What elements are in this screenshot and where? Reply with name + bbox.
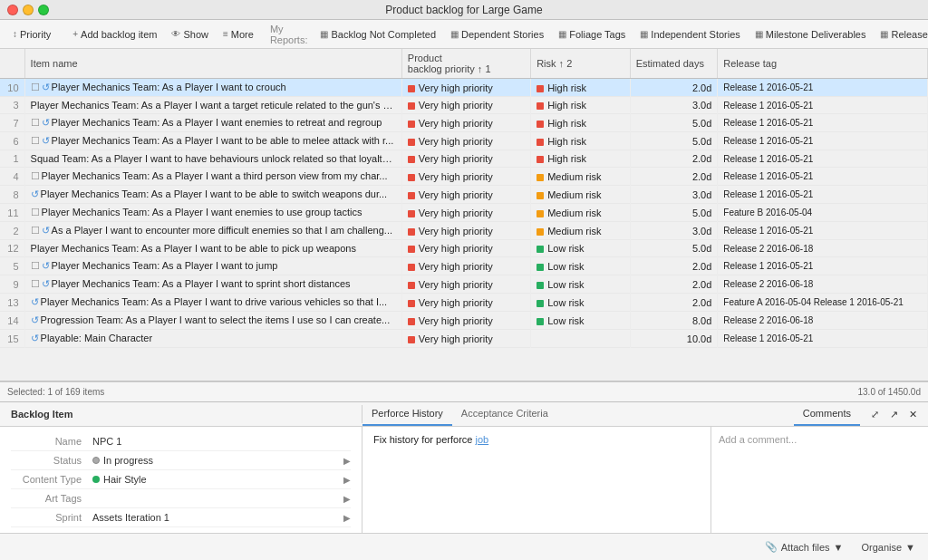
risk-cell: Medium risk xyxy=(531,204,631,222)
show-button[interactable]: 👁 Show xyxy=(166,27,214,42)
col-header-release[interactable]: Release tag xyxy=(718,49,928,79)
item-name-cell[interactable]: ↺Progression Team: As a Player I want to… xyxy=(24,312,401,330)
priority-cell: Very high priority xyxy=(401,97,530,114)
item-name-cell[interactable]: ↺Player Mechanics Team: As a Player I wa… xyxy=(24,186,401,204)
col-header-risk[interactable]: Risk ↑ 2 xyxy=(531,49,631,79)
risk-cell: High risk xyxy=(531,114,631,132)
tab-perforce[interactable]: Perforce History xyxy=(362,402,452,426)
days-cell: 2.0d xyxy=(630,257,718,275)
risk-text: Medium risk xyxy=(547,226,601,237)
add-backlog-button[interactable]: + Add backlog item xyxy=(67,27,162,42)
checkbox-icon[interactable]: ☐ xyxy=(31,135,40,146)
checkbox-icon[interactable]: ☐ xyxy=(31,260,40,271)
col-header-days[interactable]: Estimated days xyxy=(630,49,718,79)
item-name-cell[interactable]: ☐↺Player Mechanics Team: As a Player I w… xyxy=(24,79,401,97)
refresh-icon[interactable]: ↺ xyxy=(31,314,39,325)
item-name-cell[interactable]: ☐↺Player Mechanics Team: As a Player I w… xyxy=(24,132,401,150)
checkbox-icon[interactable]: ☐ xyxy=(31,225,40,236)
expand-button[interactable]: ⤢ xyxy=(867,407,883,422)
checkbox-icon[interactable]: ☐ xyxy=(31,207,40,217)
organise-button[interactable]: Organise ▼ xyxy=(856,540,921,555)
traffic-light-yellow[interactable] xyxy=(23,5,34,15)
checkbox-icon[interactable]: ☐ xyxy=(31,278,40,289)
refresh-icon[interactable]: ↺ xyxy=(42,82,50,92)
close-bottom-button[interactable]: ✕ xyxy=(905,407,921,422)
priority-button[interactable]: ↕ Priority xyxy=(7,27,56,42)
table-row[interactable]: 12Player Mechanics Team: As a Player I w… xyxy=(0,240,928,257)
priority-text: Very high priority xyxy=(419,297,493,308)
field-name: Name NPC 1 xyxy=(11,432,351,451)
bottom-panel: Backlog Item Perforce History Acceptance… xyxy=(0,401,928,560)
risk-dot-icon xyxy=(536,246,544,253)
table-row[interactable]: 6☐↺Player Mechanics Team: As a Player I … xyxy=(0,132,928,150)
refresh-icon[interactable]: ↺ xyxy=(42,260,50,271)
item-name-cell[interactable]: Player Mechanics Team: As a Player I wan… xyxy=(24,240,401,257)
filter-milestone-deliverables[interactable]: ▦ Milestone Deliverables xyxy=(749,27,872,42)
filter-backlog-not-completed[interactable]: ▦ Backlog Not Completed xyxy=(314,27,441,42)
row-number: 10 xyxy=(0,79,24,97)
risk-dot-icon xyxy=(536,139,544,146)
item-name-text: Squad Team: As a Player I want to have b… xyxy=(31,153,402,164)
table-wrapper[interactable]: Item name Productbacklog priority ↑ 1 Ri… xyxy=(0,49,928,381)
item-name-cell[interactable]: ☐↺As a Player I want to encounter more d… xyxy=(24,222,401,240)
organise-chevron-icon: ▼ xyxy=(905,542,915,553)
refresh-icon[interactable]: ↺ xyxy=(42,225,50,236)
item-name-cell[interactable]: Player Mechanics Team: As a Player I wan… xyxy=(24,97,401,114)
priority-dot-icon xyxy=(408,192,415,199)
item-name-cell[interactable]: ☐Player Mechanics Team: As a Player I wa… xyxy=(24,204,401,222)
item-name-text: Player Mechanics Team: As a Player I wan… xyxy=(52,278,351,289)
table-row[interactable]: 8↺Player Mechanics Team: As a Player I w… xyxy=(0,186,928,204)
chart-icon-4: ▦ xyxy=(640,29,648,39)
risk-text: Medium risk xyxy=(547,208,601,218)
refresh-icon[interactable]: ↺ xyxy=(42,117,50,128)
priority-cell: Very high priority xyxy=(401,257,530,275)
table-row[interactable]: 10☐↺Player Mechanics Team: As a Player I… xyxy=(0,79,928,97)
table-row[interactable]: 7☐↺Player Mechanics Team: As a Player I … xyxy=(0,114,928,132)
more-button[interactable]: ≡ More xyxy=(218,27,259,42)
checkbox-icon[interactable]: ☐ xyxy=(31,170,40,181)
tab-acceptance[interactable]: Acceptance Criteria xyxy=(452,402,557,426)
days-cell: 5.0d xyxy=(630,132,718,150)
item-name-cell[interactable]: ☐↺Player Mechanics Team: As a Player I w… xyxy=(24,257,401,275)
table-row[interactable]: 11☐Player Mechanics Team: As a Player I … xyxy=(0,204,928,222)
table-row[interactable]: 9☐↺Player Mechanics Team: As a Player I … xyxy=(0,275,928,294)
checkbox-icon[interactable]: ☐ xyxy=(31,117,40,128)
tab-comments[interactable]: Comments xyxy=(794,402,860,426)
table-row[interactable]: 1Squad Team: As a Player I want to have … xyxy=(0,150,928,168)
refresh-icon[interactable]: ↺ xyxy=(31,333,39,343)
table-row[interactable]: 14↺Progression Team: As a Player I want … xyxy=(0,312,928,330)
table-row[interactable]: 5☐↺Player Mechanics Team: As a Player I … xyxy=(0,257,928,275)
item-name-cell[interactable]: ☐↺Player Mechanics Team: As a Player I w… xyxy=(24,275,401,294)
table-row[interactable]: 2☐↺As a Player I want to encounter more … xyxy=(0,222,928,240)
filter-release1-status[interactable]: ▦ Release 1 Status xyxy=(875,27,928,42)
filter-independent-stories[interactable]: ▦ Independent Stories xyxy=(634,27,745,42)
attach-files-button[interactable]: 📎 Attach files ▼ xyxy=(759,539,849,555)
item-name-cell[interactable]: ↺Playable: Main Character xyxy=(24,330,401,348)
table-row[interactable]: 4☐Player Mechanics Team: As a Player I w… xyxy=(0,168,928,186)
row-number: 8 xyxy=(0,186,24,204)
refresh-icon[interactable]: ↺ xyxy=(31,296,39,307)
refresh-icon[interactable]: ↺ xyxy=(31,188,39,199)
item-name-cell[interactable]: ☐Player Mechanics Team: As a Player I wa… xyxy=(24,168,401,186)
checkbox-icon[interactable]: ☐ xyxy=(31,82,40,92)
traffic-light-red[interactable] xyxy=(7,5,18,15)
add-comment-text[interactable]: Add a comment... xyxy=(719,434,797,445)
perforce-link[interactable]: job xyxy=(475,434,488,445)
external-button[interactable]: ↗ xyxy=(886,407,902,422)
risk-cell: Medium risk xyxy=(531,222,631,240)
item-name-cell[interactable]: ↺Player Mechanics Team: As a Player I wa… xyxy=(24,294,401,312)
table-row[interactable]: 3Player Mechanics Team: As a Player I wa… xyxy=(0,97,928,114)
days-cell: 2.0d xyxy=(630,275,718,294)
item-name-cell[interactable]: ☐↺Player Mechanics Team: As a Player I w… xyxy=(24,114,401,132)
risk-text: High risk xyxy=(547,82,586,93)
col-header-priority[interactable]: Productbacklog priority ↑ 1 xyxy=(401,49,530,79)
col-header-name[interactable]: Item name xyxy=(24,49,401,79)
table-row[interactable]: 13↺Player Mechanics Team: As a Player I … xyxy=(0,294,928,312)
traffic-light-green[interactable] xyxy=(38,5,49,15)
filter-dependent-stories[interactable]: ▦ Dependent Stories xyxy=(445,27,549,42)
item-name-cell[interactable]: Squad Team: As a Player I want to have b… xyxy=(24,150,401,168)
refresh-icon[interactable]: ↺ xyxy=(42,135,50,146)
refresh-icon[interactable]: ↺ xyxy=(42,278,50,289)
table-row[interactable]: 15↺Playable: Main CharacterVery high pri… xyxy=(0,330,928,348)
filter-foliage-tags[interactable]: ▦ Foliage Tags xyxy=(553,27,631,42)
